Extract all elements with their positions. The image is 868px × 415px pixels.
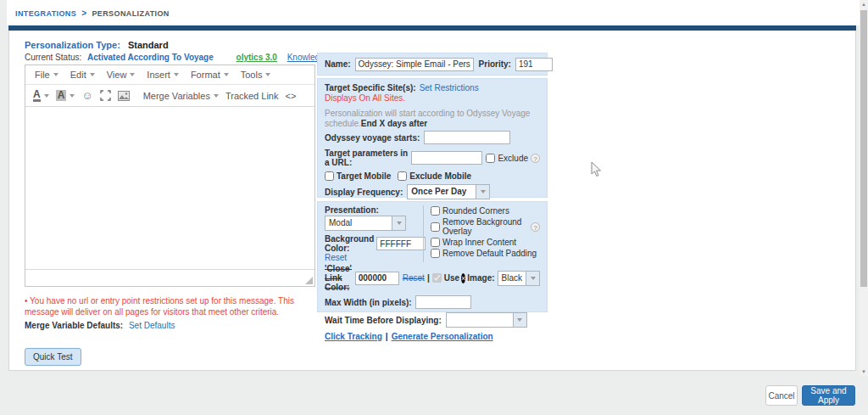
- click-tracking-link[interactable]: Click Tracking: [325, 332, 382, 341]
- select-dropdown-button: [526, 272, 539, 285]
- vertical-scrollbar[interactable]: ▲ ▼: [860, 0, 868, 376]
- main-panel: Personalization Type: Standard Current S…: [8, 31, 856, 371]
- image-icon: [118, 91, 130, 101]
- displays-all-sites-text: Displays On All Sites.: [325, 93, 540, 103]
- restriction-warning-text: • You have no url or entry point restric…: [25, 295, 309, 317]
- editor-content-area[interactable]: [25, 107, 314, 269]
- close-link-color-input[interactable]: [355, 272, 399, 285]
- select-dropdown-button: [392, 216, 405, 230]
- save-and-apply-button[interactable]: Save and Apply: [802, 385, 855, 406]
- smiley-icon: ☺: [81, 89, 92, 102]
- display-frequency-value: Once Per Day: [408, 185, 476, 199]
- url-parameters-input[interactable]: [411, 151, 482, 165]
- chevron-down-icon: [70, 94, 75, 98]
- remove-overlay-label: Remove Background Overlay: [442, 217, 528, 236]
- menu-edit[interactable]: Edit: [64, 70, 101, 80]
- chevron-down-icon: [517, 318, 522, 322]
- remove-padding-checkbox[interactable]: [431, 249, 440, 258]
- menu-insert[interactable]: Insert: [141, 70, 185, 80]
- emoticon-button[interactable]: ☺: [79, 87, 95, 104]
- menu-edit-label: Edit: [70, 70, 86, 80]
- background-reset-link[interactable]: Reset: [325, 253, 347, 262]
- name-priority-box: Name: Priority:: [317, 53, 548, 76]
- breadcrumb-integrations[interactable]: INTEGRATIONS: [15, 9, 76, 18]
- presentation-label: Presentation:: [325, 205, 423, 215]
- name-input[interactable]: [355, 58, 474, 71]
- select-dropdown-button: [476, 185, 489, 199]
- breadcrumb: INTEGRATIONS>PERSONALIZATION: [15, 8, 170, 18]
- chevron-down-icon: [53, 73, 58, 76]
- use-image-checkbox[interactable]: [432, 273, 442, 283]
- scroll-up-icon[interactable]: ▲: [860, 0, 868, 8]
- chevron-down-icon: [214, 94, 219, 98]
- current-status-value: Activated According To Voyage: [87, 53, 214, 62]
- priority-input[interactable]: [515, 58, 553, 71]
- personalization-type-value: Standard: [128, 40, 169, 50]
- menu-file-label: File: [35, 70, 50, 80]
- resize-grip[interactable]: [305, 277, 313, 284]
- breadcrumb-bar: INTEGRATIONS>PERSONALIZATION: [7, 0, 860, 25]
- help-icon[interactable]: ?: [531, 154, 540, 163]
- page: INTEGRATIONS>PERSONALIZATION Personaliza…: [0, 0, 868, 415]
- insert-image-button[interactable]: [115, 89, 132, 103]
- personalization-type-label: Personalization Type:: [25, 40, 120, 50]
- highlight-color-icon: A: [56, 90, 67, 101]
- presentation-select[interactable]: Modal: [325, 216, 406, 231]
- set-defaults-link[interactable]: Set Defaults: [129, 321, 175, 330]
- menu-view[interactable]: View: [101, 70, 142, 80]
- max-width-input[interactable]: [415, 295, 471, 309]
- menu-tools[interactable]: Tools: [235, 70, 277, 80]
- voyage-starts-input[interactable]: [424, 131, 510, 144]
- exclude-checkbox[interactable]: [486, 154, 495, 163]
- text-color-button[interactable]: A: [31, 88, 52, 104]
- background-color-input[interactable]: [376, 237, 426, 250]
- help-icon[interactable]: ?: [531, 222, 540, 232]
- chevron-down-icon: [44, 94, 49, 98]
- quick-test-button[interactable]: Quick Test: [25, 348, 81, 366]
- scrollbar-thumb[interactable]: [860, 10, 867, 287]
- exclude-mobile-checkbox[interactable]: [398, 171, 407, 181]
- background-color-label: Background Color:: [325, 234, 374, 253]
- tracked-link-label: Tracked Link: [225, 91, 279, 101]
- fullscreen-button[interactable]: [97, 88, 114, 103]
- priority-label: Priority:: [479, 59, 511, 69]
- editor-menubar: File Edit View Insert Format Tools: [25, 65, 314, 85]
- personalization-type-row: Personalization Type: Standard: [25, 40, 169, 50]
- chevron-down-icon: [130, 73, 135, 76]
- rounded-corners-checkbox[interactable]: [431, 206, 440, 216]
- menu-format[interactable]: Format: [185, 70, 235, 80]
- merge-variable-defaults-label: Merge Variable Defaults:: [25, 321, 123, 330]
- highlight-color-button[interactable]: A: [53, 88, 78, 103]
- fullscreen-icon: [100, 90, 111, 101]
- text-color-icon: A: [33, 90, 41, 102]
- close-image-value: Black: [498, 272, 526, 285]
- tracked-link-button[interactable]: Tracked Link: [223, 89, 281, 103]
- set-restrictions-link[interactable]: Set Restrictions: [420, 83, 479, 93]
- wait-time-select[interactable]: [446, 312, 527, 328]
- generate-personalization-link[interactable]: Generate Personalization: [392, 332, 493, 341]
- scroll-down-icon[interactable]: ▼: [860, 367, 868, 376]
- image-label: Image:: [467, 273, 494, 283]
- max-width-label: Max Width (in pixels):: [325, 298, 412, 307]
- targeting-box: Target Specific Site(s): Set Restriction…: [317, 78, 548, 198]
- rounded-corners-label: Rounded Corners: [442, 206, 509, 216]
- cancel-button[interactable]: Cancel: [765, 385, 798, 406]
- remove-overlay-checkbox[interactable]: [431, 222, 440, 232]
- source-code-button[interactable]: <>: [282, 89, 298, 103]
- pipe-separator: |: [427, 273, 430, 283]
- menu-file[interactable]: File: [29, 70, 64, 80]
- menu-view-label: View: [107, 70, 127, 80]
- code-icon: <>: [285, 91, 296, 101]
- target-mobile-checkbox[interactable]: [325, 171, 334, 181]
- close-color-reset-link[interactable]: Reset: [403, 273, 425, 283]
- wrap-inner-content-checkbox[interactable]: [431, 238, 440, 247]
- wait-time-label: Wait Time Before Displaying:: [325, 316, 442, 325]
- select-dropdown-button: [513, 313, 526, 327]
- display-frequency-select[interactable]: Once Per Day: [407, 184, 490, 199]
- merge-variables-button[interactable]: Merge Variables: [141, 89, 221, 103]
- pipe-separator: |: [386, 332, 388, 341]
- close-image-select[interactable]: Black: [498, 271, 540, 286]
- olytics-link[interactable]: olytics 3.0: [236, 53, 277, 62]
- presentation-value: Modal: [326, 216, 392, 230]
- close-link-color-label: 'Close' Link Color:: [325, 264, 353, 292]
